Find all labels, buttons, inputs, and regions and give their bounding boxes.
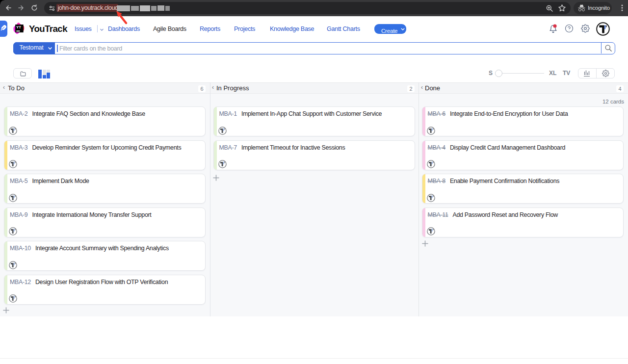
svg-text:YT: YT [16, 25, 21, 29]
